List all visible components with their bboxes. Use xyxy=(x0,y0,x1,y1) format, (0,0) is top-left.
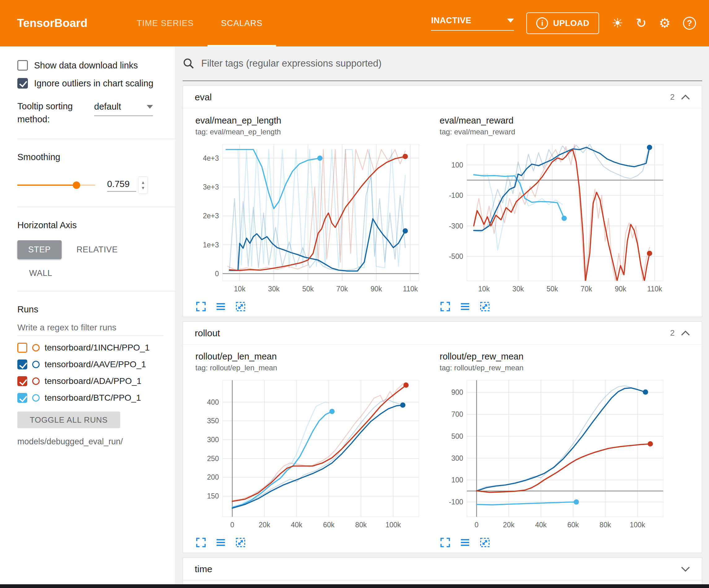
run-item-aave[interactable]: tensorboard/AAVE/PPO_1 xyxy=(17,359,163,369)
fit-domain-icon[interactable] xyxy=(479,537,491,549)
chart-title: rollout/ep_len_mean xyxy=(195,352,426,362)
smoothing-slider-knob[interactable] xyxy=(73,181,80,189)
line-chart-plot[interactable]: 020k40k60k80k100k150200250300350400 xyxy=(195,376,423,535)
data-lines-icon[interactable] xyxy=(215,537,226,549)
tooltip-sorting-select[interactable]: default xyxy=(94,102,153,116)
run-item-btc[interactable]: tensorboard/BTC/PPO_1 xyxy=(17,393,163,403)
data-lines-icon[interactable] xyxy=(215,301,226,313)
tab-time-series[interactable]: TIME SERIES xyxy=(123,0,207,47)
svg-text:900: 900 xyxy=(451,388,463,397)
smoothing-stepper[interactable]: ▴ ▾ xyxy=(138,177,148,194)
run-checkbox[interactable] xyxy=(17,393,27,403)
svg-text:50k: 50k xyxy=(547,285,558,293)
svg-text:300: 300 xyxy=(451,454,463,462)
svg-text:10k: 10k xyxy=(234,285,246,293)
section-header-eval[interactable]: eval 2 xyxy=(183,86,702,109)
caret-up-icon[interactable]: ▴ xyxy=(142,180,144,185)
refresh-icon[interactable]: ↻ xyxy=(636,17,647,30)
chart-title: rollout/ep_rew_mean xyxy=(440,352,670,362)
show-download-links-checkbox[interactable] xyxy=(17,60,28,71)
axis-step-button[interactable]: STEP xyxy=(17,240,61,259)
chart-tag: tag: rollout/ep_len_mean xyxy=(195,363,426,372)
app-title: TensorBoard xyxy=(17,17,88,30)
section-meta xyxy=(681,566,690,572)
smoothing-slider[interactable] xyxy=(17,184,95,186)
tab-scalars[interactable]: SCALARS xyxy=(207,0,276,47)
settings-gear-icon[interactable]: ⚙ xyxy=(659,17,671,30)
settings-sidebar: Show data download links Ignore outliers… xyxy=(0,47,176,584)
svg-text:1e+3: 1e+3 xyxy=(203,241,219,249)
svg-text:90k: 90k xyxy=(615,285,627,293)
toggle-all-runs-button[interactable]: TOGGLE ALL RUNS xyxy=(17,411,120,428)
expand-chart-icon[interactable] xyxy=(195,301,207,313)
section-header-rollout[interactable]: rollout 2 xyxy=(183,322,702,344)
divider xyxy=(17,207,175,207)
line-chart-plot[interactable]: 10k30k50k70k90k110k100-100-300-500 xyxy=(440,140,667,300)
run-color-circle[interactable] xyxy=(32,344,40,352)
help-icon[interactable]: ? xyxy=(683,17,696,30)
svg-text:-500: -500 xyxy=(449,252,463,260)
fit-domain-icon[interactable] xyxy=(479,301,491,313)
fit-domain-icon[interactable] xyxy=(235,537,246,549)
svg-text:300: 300 xyxy=(207,436,219,444)
svg-text:100k: 100k xyxy=(386,521,401,529)
run-checkbox[interactable] xyxy=(17,359,27,369)
chevron-up-icon[interactable] xyxy=(681,94,690,100)
fit-domain-icon[interactable] xyxy=(235,301,246,313)
run-color-circle[interactable] xyxy=(32,361,40,368)
search-icon xyxy=(183,58,194,69)
scalar-chart-eval-mean-reward: eval/mean_reward tag: eval/mean_reward 1… xyxy=(440,116,670,314)
svg-text:10k: 10k xyxy=(478,285,490,293)
svg-text:60k: 60k xyxy=(567,521,579,529)
run-checkbox[interactable] xyxy=(17,343,27,353)
ignore-outliers-checkbox[interactable] xyxy=(17,78,28,88)
svg-text:200: 200 xyxy=(207,473,219,481)
section-card-eval: eval 2 eval/mean_ep_length tag: eval/mea… xyxy=(183,85,702,317)
status-dropdown[interactable]: INACTIVE xyxy=(431,16,514,31)
tooltip-sorting-row: Tooltip sorting method: default xyxy=(17,100,163,126)
brightness-icon[interactable]: ☀ xyxy=(611,17,623,30)
runs-filter-input[interactable] xyxy=(17,323,163,336)
chart-tag: tag: eval/mean_reward xyxy=(440,128,670,136)
expand-chart-icon[interactable] xyxy=(440,537,451,549)
tag-filter-input[interactable] xyxy=(201,58,702,69)
run-label: tensorboard/BTC/PPO_1 xyxy=(45,393,141,403)
svg-text:100: 100 xyxy=(451,161,463,169)
svg-text:110k: 110k xyxy=(403,285,418,293)
line-chart-plot[interactable]: 10k30k50k70k90k110k01e+32e+33e+34e+3 xyxy=(195,140,423,300)
ignore-outliers-row[interactable]: Ignore outliers in chart scaling xyxy=(17,78,163,88)
chart-actions xyxy=(440,300,670,314)
chevron-down-icon[interactable] xyxy=(681,566,690,572)
chart-actions xyxy=(195,300,426,314)
data-lines-icon[interactable] xyxy=(459,301,471,313)
section-meta: 2 xyxy=(670,92,690,102)
section-title: eval xyxy=(195,92,212,102)
run-item-ada[interactable]: tensorboard/ADA/PPO_1 xyxy=(17,376,163,386)
section-header-time[interactable]: time xyxy=(183,558,702,581)
axis-wall-button[interactable]: WALL xyxy=(29,269,52,278)
svg-text:-100: -100 xyxy=(449,498,463,506)
run-checkbox[interactable] xyxy=(17,376,27,386)
line-chart-plot[interactable]: 020k40k60k80k100k-100100300500700900 xyxy=(440,376,667,535)
top-app-bar: TensorBoard TIME SERIES SCALARS INACTIVE… xyxy=(0,0,709,47)
section-title: time xyxy=(195,564,212,574)
expand-chart-icon[interactable] xyxy=(195,537,207,549)
chevron-up-icon[interactable] xyxy=(681,330,690,336)
upload-button[interactable]: i UPLOAD xyxy=(526,12,599,34)
axis-relative-button[interactable]: RELATIVE xyxy=(77,245,117,255)
svg-text:70k: 70k xyxy=(336,285,348,293)
data-lines-icon[interactable] xyxy=(459,537,471,549)
horizontal-axis-buttons: STEP RELATIVE xyxy=(17,240,163,259)
show-download-links-row[interactable]: Show data download links xyxy=(17,60,163,71)
run-item-1inch[interactable]: tensorboard/1INCH/PPO_1 xyxy=(17,343,163,353)
expand-chart-icon[interactable] xyxy=(440,301,451,313)
caret-down-icon[interactable]: ▾ xyxy=(142,185,144,191)
svg-text:30k: 30k xyxy=(268,285,280,293)
svg-text:0: 0 xyxy=(215,270,219,278)
runs-heading: Runs xyxy=(17,304,163,314)
run-color-circle[interactable] xyxy=(32,378,40,385)
smoothing-value-input[interactable]: 0.759 xyxy=(107,179,136,191)
run-color-circle[interactable] xyxy=(32,394,40,402)
upload-label: UPLOAD xyxy=(553,19,589,28)
chart-tag: tag: rollout/ep_rew_mean xyxy=(440,363,670,372)
